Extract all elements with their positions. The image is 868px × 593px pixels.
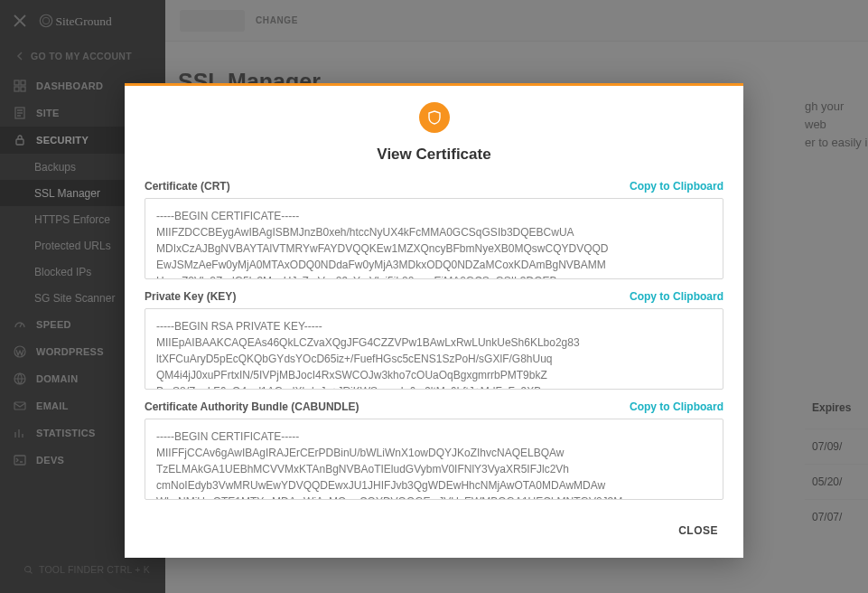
cabundle-copy-link[interactable]: Copy to Clipboard — [630, 400, 723, 413]
key-label: Private Key (KEY) — [145, 290, 236, 303]
crt-textarea[interactable] — [145, 198, 723, 279]
cabundle-label: Certificate Authority Bundle (CABUNDLE) — [145, 400, 359, 413]
shield-icon — [419, 102, 450, 133]
key-copy-link[interactable]: Copy to Clipboard — [630, 290, 723, 303]
view-certificate-modal: View Certificate Certificate (CRT) Copy … — [125, 83, 743, 558]
crt-label: Certificate (CRT) — [145, 180, 230, 193]
cabundle-textarea[interactable] — [145, 419, 723, 500]
modal-overlay[interactable]: View Certificate Certificate (CRT) Copy … — [0, 0, 868, 593]
modal-title: View Certificate — [377, 146, 490, 164]
close-button[interactable]: CLOSE — [678, 524, 718, 537]
key-textarea[interactable] — [145, 308, 723, 390]
crt-copy-link[interactable]: Copy to Clipboard — [630, 180, 723, 193]
